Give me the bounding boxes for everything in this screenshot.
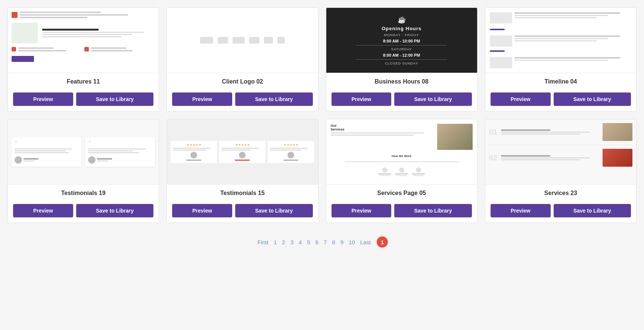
save-button-testimonials15[interactable]: Save to Library	[235, 204, 312, 217]
card-title-testimonials19: Testimonials 19	[8, 185, 159, 200]
save-button-services-page05[interactable]: Save to Library	[394, 204, 472, 217]
card-buttons-testimonials19: Preview Save to Library	[8, 200, 159, 223]
pagination-first[interactable]: First	[256, 238, 270, 246]
card-preview-business-hours08: ☕ Opening Hours MONDAY - FRIDAY 8:00 AM …	[326, 8, 477, 73]
card-buttons-features11: Preview Save to Library	[8, 89, 159, 111]
card-title-timeline04: Timeline 04	[485, 73, 636, 89]
card-testimonials15: ★★★★★ ★★★★★	[167, 119, 318, 223]
card-preview-client-logo02	[167, 8, 318, 73]
bh-time1: 8:00 AM - 10:00 PM	[383, 39, 420, 43]
card-preview-services-page05: OurServices How We Work	[326, 119, 477, 185]
card-preview-testimonials15: ★★★★★ ★★★★★	[167, 119, 318, 185]
pagination-current-badge: 1	[377, 236, 388, 248]
pagination-page-4[interactable]: 4	[297, 238, 303, 246]
preview-button-services23[interactable]: Preview	[491, 204, 551, 217]
card-services-page05: OurServices How We Work	[326, 119, 477, 223]
card-services23: 01 02	[485, 119, 637, 223]
card-title-testimonials15: Testimonials 15	[167, 185, 318, 200]
card-client-logo02: Client Logo 02 Preview Save to Library	[167, 7, 318, 111]
card-title-services-page05: Services Page 05	[326, 185, 477, 200]
card-timeline04: Timeline 04 Preview Save to Library	[485, 7, 637, 111]
card-title-business-hours08: Business Hours 08	[326, 73, 477, 89]
save-button-features11[interactable]: Save to Library	[76, 92, 153, 106]
card-title-services23: Services 23	[485, 185, 636, 200]
card-buttons-services-page05: Preview Save to Library	[326, 200, 477, 223]
card-title-features11: Features 11	[8, 73, 159, 89]
preview-button-services-page05[interactable]: Preview	[332, 204, 392, 217]
preview-button-business-hours08[interactable]: Preview	[332, 92, 392, 106]
template-grid: Features 11 Preview Save to Library Clie…	[7, 7, 637, 223]
card-buttons-client-logo02: Preview Save to Library	[167, 89, 318, 111]
bh-time2: 8:00 AM - 12:00 PM	[383, 53, 420, 57]
card-buttons-services23: Preview Save to Library	[485, 200, 636, 223]
preview-button-timeline04[interactable]: Preview	[491, 92, 551, 106]
card-buttons-timeline04: Preview Save to Library	[485, 89, 636, 111]
bh-closed: CLOSED SUNDAY	[385, 62, 418, 65]
bh-title: Opening Hours	[382, 26, 421, 31]
pagination-page-6[interactable]: 6	[314, 238, 320, 246]
pagination-last[interactable]: Last	[359, 238, 372, 246]
save-button-client-logo02[interactable]: Save to Library	[235, 92, 312, 106]
pagination-page-7[interactable]: 7	[322, 238, 328, 246]
pagination-page-8[interactable]: 8	[330, 238, 336, 246]
pagination: First 1 2 3 4 5 6 7 8 9 10 Last 1	[7, 236, 637, 255]
card-buttons-testimonials15: Preview Save to Library	[167, 200, 318, 223]
pagination-page-9[interactable]: 9	[339, 238, 345, 246]
save-button-services23[interactable]: Save to Library	[554, 204, 631, 217]
preview-button-testimonials19[interactable]: Preview	[13, 204, 73, 217]
card-features11: Features 11 Preview Save to Library	[7, 7, 159, 111]
save-button-timeline04[interactable]: Save to Library	[554, 92, 631, 106]
card-title-client-logo02: Client Logo 02	[167, 73, 318, 89]
card-business-hours08: ☕ Opening Hours MONDAY - FRIDAY 8:00 AM …	[326, 7, 477, 111]
card-preview-timeline04	[485, 8, 636, 73]
card-buttons-business-hours08: Preview Save to Library	[326, 89, 477, 111]
card-preview-features11	[8, 8, 159, 73]
pagination-page-10[interactable]: 10	[347, 238, 357, 246]
pagination-page-2[interactable]: 2	[280, 238, 286, 246]
bh-label1: MONDAY - FRIDAY	[384, 33, 419, 37]
preview-button-client-logo02[interactable]: Preview	[172, 92, 232, 106]
preview-button-testimonials15[interactable]: Preview	[172, 204, 232, 217]
save-button-testimonials19[interactable]: Save to Library	[76, 204, 153, 217]
card-preview-testimonials19: " "	[8, 119, 159, 185]
bh-label2: SATURDAY	[391, 47, 412, 51]
card-testimonials19: " "	[7, 119, 159, 223]
save-button-business-hours08[interactable]: Save to Library	[394, 92, 472, 106]
pagination-page-1[interactable]: 1	[272, 238, 278, 246]
pagination-page-5[interactable]: 5	[305, 238, 311, 246]
card-preview-services23: 01 02	[485, 119, 636, 185]
pagination-page-3[interactable]: 3	[289, 238, 295, 246]
preview-button-features11[interactable]: Preview	[13, 92, 73, 106]
